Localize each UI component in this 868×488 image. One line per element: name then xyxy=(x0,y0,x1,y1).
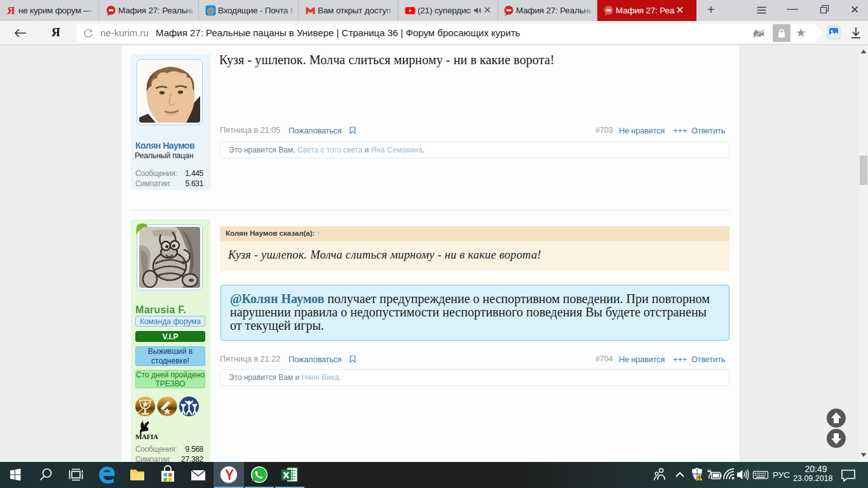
svg-text:МАFIА: МАFIА xyxy=(135,433,158,440)
svg-text:Я: Я xyxy=(7,5,15,16)
svg-text:@: @ xyxy=(207,6,214,15)
